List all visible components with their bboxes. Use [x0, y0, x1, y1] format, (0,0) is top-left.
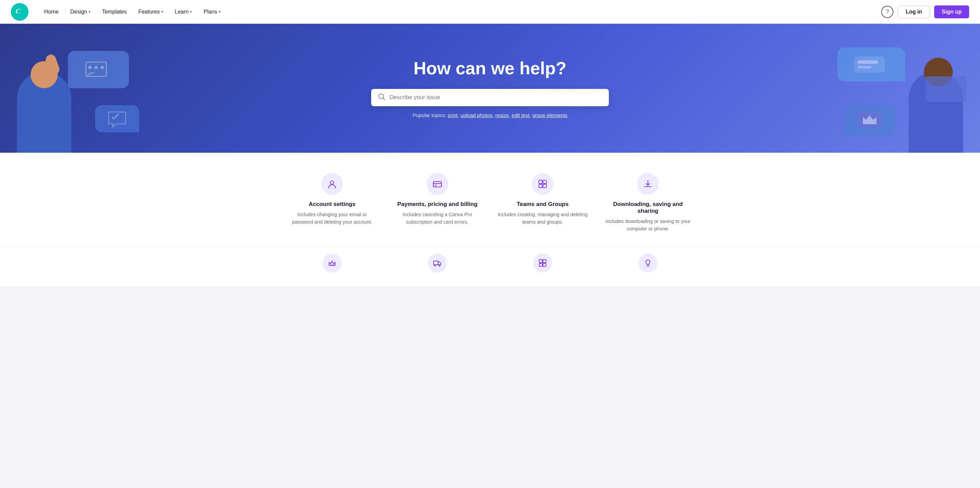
svg-point-22 — [434, 265, 436, 266]
nav-links: Home Design ▾ Templates Features ▾ Learn… — [40, 6, 881, 17]
category-billing[interactable]: Payments, pricing and billing Includes c… — [391, 173, 483, 233]
svg-line-11 — [383, 98, 385, 100]
help-button[interactable]: ? — [881, 6, 893, 18]
nav-learn[interactable]: Learn ▾ — [170, 6, 197, 17]
category-desc: Includes changing your email or password… — [286, 211, 378, 226]
chevron-down-icon: ▾ — [219, 10, 221, 14]
svg-rect-7 — [858, 60, 878, 64]
nav-plans[interactable]: Plans ▾ — [199, 6, 225, 17]
popular-topic-print[interactable]: print — [447, 112, 457, 118]
login-button[interactable]: Log in — [897, 5, 930, 18]
popular-topic-edit-text[interactable]: edit text — [512, 112, 530, 118]
teams-icon — [532, 173, 554, 195]
svg-marker-5 — [86, 72, 96, 76]
crown-icon — [323, 254, 342, 273]
svg-point-2 — [88, 66, 92, 69]
svg-rect-27 — [543, 263, 546, 266]
chevron-down-icon: ▾ — [89, 10, 91, 14]
svg-rect-6 — [854, 56, 885, 73]
nav-right: ? Log in Sign up — [881, 5, 969, 18]
category-bottom-2[interactable] — [391, 254, 483, 273]
svg-rect-13 — [433, 182, 441, 187]
search-bar — [371, 89, 609, 106]
svg-point-3 — [94, 66, 98, 69]
hero-section: How can we help? Popular topics: print, … — [0, 24, 980, 153]
chat-bubble-4 — [844, 105, 895, 136]
account-icon — [321, 173, 343, 195]
category-account[interactable]: Account settings Includes changing your … — [286, 173, 378, 233]
category-bottom-4[interactable] — [602, 254, 694, 273]
category-title: Downloading, saving and sharing — [602, 201, 694, 214]
navigation: C Home Design ▾ Templates Features ▾ Lea… — [0, 0, 980, 24]
search-input[interactable] — [390, 94, 602, 101]
billing-icon — [426, 173, 448, 195]
nav-templates[interactable]: Templates — [97, 6, 132, 17]
category-download[interactable]: Downloading, saving and sharing Includes… — [602, 173, 694, 233]
category-title: Account settings — [309, 201, 356, 208]
svg-rect-20 — [329, 265, 335, 266]
svg-rect-9 — [863, 122, 877, 124]
logo-text: C — [14, 5, 25, 18]
popular-topic-resize[interactable]: resize — [495, 112, 509, 118]
svg-point-23 — [439, 265, 440, 266]
category-title: Payments, pricing and billing — [397, 201, 477, 208]
nav-features[interactable]: Features ▾ — [134, 6, 168, 17]
search-icon — [378, 93, 385, 102]
svg-rect-19 — [543, 184, 546, 188]
popular-topic-group-elements[interactable]: group elements — [533, 112, 568, 118]
categories-grid: Account settings Includes changing your … — [286, 173, 694, 233]
svg-point-12 — [330, 181, 334, 184]
left-figure — [7, 44, 81, 153]
category-bottom-1[interactable] — [286, 254, 378, 273]
svg-rect-17 — [543, 180, 546, 184]
svg-rect-24 — [539, 260, 542, 263]
category-bottom-3[interactable] — [497, 254, 589, 273]
category-teams[interactable]: Teams and Groups Includes creating, mana… — [497, 173, 589, 233]
chevron-down-icon: ▾ — [190, 10, 192, 14]
popular-topic-upload-photos[interactable]: upload photos — [460, 112, 492, 118]
category-desc: Includes canceling a Canva Pro subscript… — [391, 211, 483, 226]
download-icon — [637, 173, 659, 195]
nav-design[interactable]: Design ▾ — [65, 6, 95, 17]
category-desc: Includes creating, managing and deleting… — [497, 211, 589, 226]
svg-text:C: C — [16, 7, 21, 15]
chevron-down-icon: ▾ — [161, 10, 163, 14]
svg-rect-8 — [858, 66, 871, 68]
canva-logo[interactable]: C — [11, 3, 29, 21]
nav-home[interactable]: Home — [40, 6, 64, 17]
svg-rect-18 — [539, 184, 542, 188]
hero-title: How can we help? — [371, 59, 609, 79]
svg-point-4 — [100, 66, 104, 69]
categories-bottom-section — [0, 246, 980, 286]
category-title: Teams and Groups — [517, 201, 569, 208]
categories-bottom-grid — [286, 254, 694, 273]
category-desc: Includes downloading or saving to your c… — [602, 218, 694, 233]
right-figure — [899, 44, 973, 153]
popular-topics: Popular topics: print, upload photos, re… — [371, 112, 609, 118]
lightbulb-icon — [638, 254, 657, 273]
signup-button[interactable]: Sign up — [934, 5, 969, 18]
truck-icon — [428, 254, 447, 273]
svg-rect-26 — [539, 263, 542, 266]
chat-bubble-2 — [95, 105, 139, 132]
svg-rect-16 — [539, 180, 542, 184]
categories-section: Account settings Includes changing your … — [0, 153, 980, 246]
hero-content: How can we help? Popular topics: print, … — [371, 59, 609, 118]
grid-icon — [533, 254, 552, 273]
svg-rect-25 — [543, 260, 546, 263]
svg-rect-15 — [435, 185, 437, 186]
svg-rect-21 — [434, 261, 438, 265]
chat-bubble-3 — [837, 48, 905, 81]
